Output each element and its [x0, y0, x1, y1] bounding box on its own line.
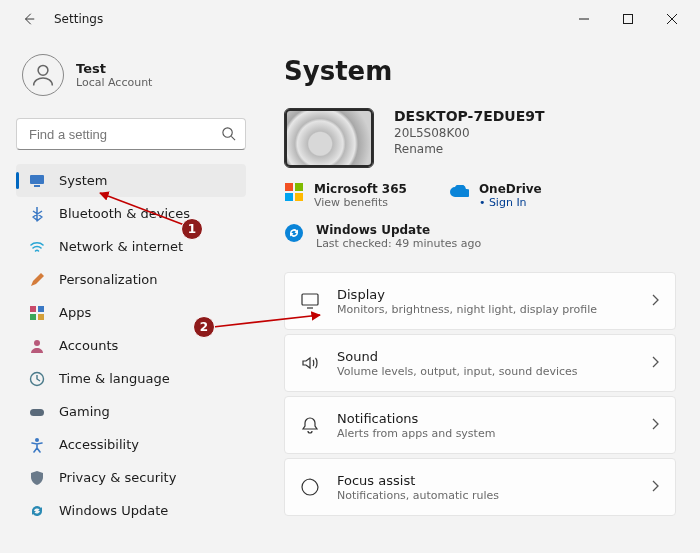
onedrive-icon — [449, 182, 469, 202]
service-windows-update[interactable]: Windows Update Last checked: 49 minutes … — [284, 223, 676, 250]
nav-item-bluetooth[interactable]: Bluetooth & devices — [16, 197, 246, 230]
arrow-left-icon — [22, 12, 36, 26]
svg-point-1 — [38, 65, 48, 75]
svg-rect-11 — [30, 409, 44, 416]
account-block[interactable]: Test Local Account — [22, 54, 242, 96]
nav-item-gaming[interactable]: Gaming — [16, 395, 246, 428]
setting-title: Display — [337, 287, 635, 302]
setting-title: Focus assist — [337, 473, 635, 488]
nav-item-privacy[interactable]: Privacy & security — [16, 461, 246, 494]
time-icon — [28, 370, 45, 387]
svg-point-17 — [285, 224, 303, 242]
page-title: System — [284, 56, 676, 86]
setting-sound[interactable]: Sound Volume levels, output, input, soun… — [284, 334, 676, 392]
nav-item-update[interactable]: Windows Update — [16, 494, 246, 527]
nav-item-accounts[interactable]: Accounts — [16, 329, 246, 362]
chevron-right-icon — [651, 418, 659, 433]
nav-label: Apps — [59, 305, 91, 320]
service-sub: Last checked: 49 minutes ago — [316, 237, 481, 250]
minimize-button[interactable] — [562, 4, 606, 34]
system-icon — [28, 172, 45, 189]
service-onedrive[interactable]: OneDrive • Sign In — [449, 182, 542, 209]
setting-focus-assist[interactable]: Focus assist Notifications, automatic ru… — [284, 458, 676, 516]
close-button[interactable] — [650, 4, 694, 34]
svg-rect-5 — [30, 306, 36, 312]
main-content: System DESKTOP-7EDUE9T 20L5S08K00 Rename… — [258, 38, 700, 553]
back-button[interactable] — [18, 8, 40, 30]
nav-label: System — [59, 173, 107, 188]
search-icon — [221, 126, 236, 144]
close-icon — [667, 14, 677, 24]
setting-title: Sound — [337, 349, 635, 364]
service-sub[interactable]: • Sign In — [479, 196, 542, 209]
nav-label: Gaming — [59, 404, 110, 419]
rename-link[interactable]: Rename — [394, 142, 545, 156]
accessibility-icon — [28, 436, 45, 453]
svg-rect-14 — [295, 183, 303, 191]
apps-icon — [28, 304, 45, 321]
account-name: Test — [76, 61, 152, 76]
search-input[interactable] — [16, 118, 246, 150]
privacy-icon — [28, 469, 45, 486]
accounts-icon — [28, 337, 45, 354]
maximize-icon — [623, 14, 633, 24]
nav-list: System Bluetooth & devices Network & int… — [16, 164, 246, 527]
account-sub: Local Account — [76, 76, 152, 89]
gaming-icon — [28, 403, 45, 420]
svg-rect-8 — [38, 314, 44, 320]
service-title: Windows Update — [316, 223, 481, 237]
person-icon — [29, 61, 57, 89]
window-controls — [562, 4, 694, 34]
setting-sub: Monitors, brightness, night light, displ… — [337, 303, 635, 316]
device-name: DESKTOP-7EDUE9T — [394, 108, 545, 124]
nav-label: Accessibility — [59, 437, 139, 452]
nav-label: Time & language — [59, 371, 170, 386]
nav-item-apps[interactable]: Apps — [16, 296, 246, 329]
focus-assist-icon — [299, 476, 321, 498]
device-model: 20L5S08K00 — [394, 126, 545, 140]
service-title: Microsoft 365 — [314, 182, 407, 196]
svg-rect-6 — [38, 306, 44, 312]
service-title: OneDrive — [479, 182, 542, 196]
app-title: Settings — [54, 12, 103, 26]
personalization-icon — [28, 271, 45, 288]
chevron-right-icon — [651, 294, 659, 309]
setting-notifications[interactable]: Notifications Alerts from apps and syste… — [284, 396, 676, 454]
nav-item-network[interactable]: Network & internet — [16, 230, 246, 263]
svg-rect-13 — [285, 183, 293, 191]
minimize-icon — [579, 14, 589, 24]
setting-sub: Alerts from apps and system — [337, 427, 635, 440]
svg-point-2 — [223, 128, 232, 137]
nav-item-personalization[interactable]: Personalization — [16, 263, 246, 296]
chevron-right-icon — [651, 356, 659, 371]
sidebar: Test Local Account System Bluetooth & de… — [0, 38, 258, 553]
setting-display[interactable]: Display Monitors, brightness, night ligh… — [284, 272, 676, 330]
nav-item-accessibility[interactable]: Accessibility — [16, 428, 246, 461]
svg-rect-0 — [624, 15, 633, 24]
nav-label: Windows Update — [59, 503, 168, 518]
windows-update-icon — [284, 223, 304, 243]
svg-point-9 — [34, 340, 40, 346]
notifications-icon — [299, 414, 321, 436]
titlebar: Settings — [0, 0, 700, 38]
service-sub: View benefits — [314, 196, 407, 209]
nav-label: Personalization — [59, 272, 158, 287]
setting-sub: Volume levels, output, input, sound devi… — [337, 365, 635, 378]
setting-title: Notifications — [337, 411, 635, 426]
services-row: Microsoft 365 View benefits OneDrive • S… — [284, 182, 676, 209]
update-icon — [28, 502, 45, 519]
nav-label: Privacy & security — [59, 470, 176, 485]
service-m365[interactable]: Microsoft 365 View benefits — [284, 182, 407, 209]
avatar — [22, 54, 64, 96]
nav-item-system[interactable]: System — [16, 164, 246, 197]
sound-icon — [299, 352, 321, 374]
device-info: DESKTOP-7EDUE9T 20L5S08K00 Rename — [284, 108, 676, 168]
network-icon — [28, 238, 45, 255]
maximize-button[interactable] — [606, 4, 650, 34]
svg-rect-16 — [295, 193, 303, 201]
svg-rect-18 — [302, 294, 318, 305]
m365-icon — [284, 182, 304, 202]
nav-label: Network & internet — [59, 239, 183, 254]
nav-item-time[interactable]: Time & language — [16, 362, 246, 395]
setting-sub: Notifications, automatic rules — [337, 489, 635, 502]
